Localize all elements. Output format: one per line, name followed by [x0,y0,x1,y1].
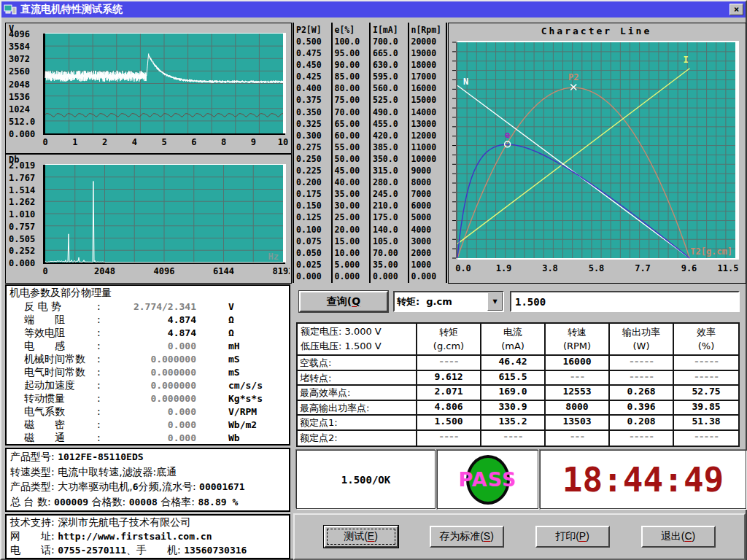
axis-tick-value: 55.00 [335,141,370,153]
axis-tick-value: 12000 [411,130,446,141]
axis-tick-value: 525.0 [373,94,408,106]
axis-tick-value: 385.0 [373,141,408,153]
close-icon: × [734,4,739,15]
axis-tick-value: 210.0 [373,200,408,211]
tech-support-segment: 0755-2570111 [58,545,126,556]
table-cell: ----- [610,356,674,371]
table-column-header: 转矩(g.cm) [417,324,481,356]
parameter-unit: Wb [228,432,240,443]
parameter-row: 电 感:0.000mH [7,339,289,352]
product-info-segment: 1012FE-85110EDS [58,451,143,462]
table-cell: 52.75 [674,386,738,401]
axis-tick-value: 0.350 [296,106,331,118]
x-axis-tick: 2048 [94,266,115,276]
axis-tick-value: 20.00 [335,224,370,236]
axis-tick-value: 0.425 [296,71,331,82]
axis-column-e: e[%]100.095.0090.0085.0080.0075.0070.006… [331,23,370,283]
column-unit: (mA) [481,339,544,353]
y-axis-tick: 0.757 [9,222,35,232]
product-info-segment: 合格率: [158,496,198,508]
axis-tick-value: 70.00 [335,106,370,118]
parameter-value: 2.774/2.341 [104,301,196,312]
axis-tick-value: 50.00 [335,153,370,165]
parameter-unit: Wb/m2 [228,419,257,430]
parameter-colon: : [97,405,104,418]
table-cell: 615.5 [481,371,546,386]
x-axis-label: T2[g.cm] [690,246,732,257]
table-cell: ----- [674,371,738,386]
x-axis-tick: 0 [42,137,47,147]
table-cell: ----- [610,431,674,446]
table-column-header: 电流(mA) [481,324,546,356]
y-axis-tick: 1024 [9,104,30,114]
query-mnemonic: Q [352,295,360,307]
parameter-label: 磁 通 [24,431,97,444]
app-icon [4,4,17,15]
table-cell: ---- [417,431,481,446]
axis-tick-value: 5000 [411,211,446,223]
table-cell: ----- [674,431,738,446]
axis-tick-value: 0.125 [296,211,331,223]
parameter-colon: : [97,365,104,378]
table-row-label: 最高效率点: [298,386,417,401]
test-button[interactable]: 测试(E) [324,526,398,548]
y-axis-tick: 1536 [9,92,30,102]
axis-tick-value: 5.000 [335,259,370,271]
column-name: 电流 [481,325,544,339]
y-axis-tick: 2048 [9,79,30,90]
close-button[interactable]: × [729,4,743,15]
parameter-unit: Ω [228,314,234,325]
axis-tick-value: 1000 [411,259,446,271]
parameter-colon: : [97,313,104,326]
table-row-label: 额定点2: [298,431,417,446]
parameter-value: 0.000 [104,419,196,430]
x-axis-tick: 1 [72,137,77,147]
exit-button[interactable]: 退出(C) [641,526,716,548]
table-cell: 12553 [546,386,610,401]
axis-tick-value: 15000 [411,94,446,106]
axis-tick-value: 665.0 [373,47,408,59]
y-axis-tick: 0.000 [9,129,35,139]
table-cell: 330.9 [481,401,546,416]
parameter-colon: : [97,378,104,392]
axis-tick-value: 0.000 [335,271,370,282]
tech-support-segment: 技术支持: 深圳市先航电子技术有限公司 [10,516,190,528]
save-standard-button[interactable]: 存为标准(S) [430,526,504,548]
table-row-label: 空载点: [298,356,417,371]
torque-value-input[interactable] [510,291,740,312]
print-button[interactable]: 打印(P) [535,526,610,548]
axis-tick-value: 315.0 [373,165,408,176]
parameter-colon: : [97,431,104,444]
axis-tick-value: 85.00 [335,71,370,82]
column-name: 转矩 [417,325,480,339]
axis-tick-value: 6000 [411,200,446,211]
tech-support-segment: 网 址: [10,530,58,542]
axis-tick-value: 455.0 [373,118,408,130]
parameter-label: 磁 密 [24,418,97,431]
table-cell: 8000 [546,401,610,416]
voltage-spec-line: 低压电压: 1.500 V [301,339,416,354]
axis-tick-value: 40.00 [335,176,370,188]
parameter-value: 4.874 [104,327,196,338]
button-mnemonic: P [579,530,586,542]
x-axis-tick: 9.6 [681,263,697,273]
chevron-down-icon: ▼ [492,299,497,305]
column-name: 输出功率 [610,325,673,339]
torque-unit-dropdown[interactable]: 转矩: g.cm ▼ [393,291,504,312]
axis-column-ima: I[mA]700.0665.0630.0595.0560.0525.0490.0… [369,23,408,283]
button-label-pre: 存为标准( [439,530,484,542]
axis-tick-value: 70.00 [373,247,408,259]
table-cell: 169.0 [481,386,546,401]
column-name: 效率 [674,325,738,339]
x-axis-unit-label: Hz [268,252,279,262]
parameter-label: 电 感 [24,339,97,352]
dropdown-arrow-button[interactable]: ▼ [487,292,503,311]
axis-tick-value: 75.00 [335,94,370,106]
parameter-label: 反 电 势 [24,300,97,313]
axis-tick-value: 16000 [411,82,446,94]
dropdown-value: 转矩: g.cm [395,295,487,308]
product-info-segment: 产品型号: [10,451,58,462]
parameter-row: 反 电 势:2.774/2.341V [7,300,289,313]
x-axis-tick: 10 [278,137,288,147]
query-button[interactable]: 查询(Q [299,291,388,312]
